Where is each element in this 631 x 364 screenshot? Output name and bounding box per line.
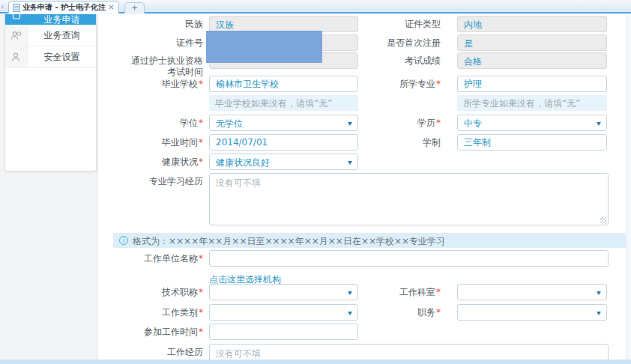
study-experience-textarea[interactable] [209,173,609,225]
redaction-overlay [206,31,322,63]
graduation-time-input[interactable] [209,134,358,151]
select-organization-link[interactable]: 点击这里选择机构 [209,274,281,285]
tab-title: 业务申请 - 护士电子化注 [22,2,106,13]
degree-select[interactable]: 无学位 [209,115,358,131]
spacer [358,95,457,98]
sidebar-item-label: 业务查询 [28,25,96,46]
school-helper-note: 毕业学校如果没有，请填“无” [209,95,358,111]
info-icon: i [119,236,128,245]
field-label: 健康状况* [98,154,203,168]
field-label: 工作经历 [98,344,203,358]
sidebar-item-label: 安全设置 [28,46,96,67]
sidebar: 业务申请 业务查询 安全设置 [4,14,97,172]
work-category-select[interactable] [209,304,358,321]
required-star: * [199,287,203,297]
form-row: 技术职称* 工作科室* [98,284,626,300]
field-label: 工作单位名称* [98,250,203,264]
form-row: 专业学习经历 [98,173,626,225]
form-row: 证件号 是否首次注册 是 [98,34,626,51]
required-star: * [199,157,203,167]
work-start-input[interactable] [209,324,358,340]
work-unit-input[interactable] [209,250,609,267]
required-star: * [436,307,441,318]
exam-result-field: 合格 [457,52,607,69]
sidebar-item-business-apply[interactable]: 业务申请 [5,14,96,25]
person-search-icon [5,25,28,46]
form-row: 参加工作时间* [98,324,626,340]
field-label: 技术职称* [98,284,203,298]
chevron-down-icon [348,312,352,318]
horizontal-scrollbar[interactable] [0,360,631,364]
tab-favicon-icon [13,4,20,12]
position-select[interactable] [457,304,607,321]
tab-bar: ‹ 业务申请 - 护士电子化注 × + [0,0,631,13]
field-label: 工作类别* [98,304,203,318]
form-panel: 民族 汉族 证件类型 内地 证件号 是否首次注册 是 通过护士执业资格 考试时间… [97,14,626,360]
field-label: 工作科室* [358,284,457,298]
chevron-down-icon [348,161,352,167]
field-label: 学历* [358,115,457,129]
education-select[interactable]: 中专 [457,115,607,131]
field-label: 民族 [98,16,203,30]
form-row: 工作单位名称* [98,250,626,267]
schooling-system-input[interactable] [457,134,607,151]
field-label: 毕业学校* [98,76,203,90]
spacer [98,270,203,273]
form-row: 毕业学校如果没有，请填“无” 所学专业如果没有，请填“无” [98,95,626,111]
spacer [98,95,203,98]
vertical-scrollbar[interactable] [626,14,631,360]
tab-scroll-left-icon[interactable]: ‹ [1,1,4,11]
field-label: 学制 [358,134,457,148]
form-row: 毕业学校* 所学专业* [98,76,626,92]
health-select[interactable]: 健康状况良好 [209,154,358,170]
field-label: 毕业时间* [98,134,203,148]
chevron-down-icon [348,291,352,297]
required-star: * [199,327,203,337]
clipboard-icon [5,14,28,25]
id-type-field: 内地 [457,16,607,32]
field-label: 考试成绩 [358,52,457,67]
format-hint-text: 格式为：××××年××月××日至××××年××月××日在××学校××专业学习 [133,236,445,246]
field-label: 学位* [98,115,203,129]
required-star: * [436,118,441,128]
sidebar-item-label: 业务申请 [28,14,96,25]
major-input[interactable] [457,76,607,92]
required-star: * [199,79,203,89]
field-label: 参加工作时间* [98,324,203,338]
form-row: 毕业时间* 学制 [98,134,626,151]
work-dept-select[interactable] [457,284,607,300]
form-row: 工作类别* 职务* [98,304,626,321]
work-experience-textarea[interactable] [209,344,609,360]
chevron-down-icon [597,312,601,318]
browser-tab[interactable]: 业务申请 - 护士电子化注 × [8,1,119,13]
field-label: 专业学习经历 [98,173,203,187]
resize-handle[interactable] [600,217,607,224]
required-star: * [199,253,203,264]
new-tab-button[interactable]: + [124,2,145,13]
format-hint-bar: i 格式为：××××年××月××日至××××年××月××日在××学校××专业学习 [113,233,626,248]
first-registration-field: 是 [457,34,607,51]
major-helper-note: 所学专业如果没有，请填“无” [457,95,607,111]
field-label: 证件号 [98,34,203,49]
tab-close-icon[interactable]: × [108,4,115,11]
form-row: 工作经历 [98,344,626,360]
sidebar-item-business-query[interactable]: 业务查询 [5,25,96,46]
required-star: * [436,287,441,297]
form-row: 健康状况* 健康状况良好 [98,154,626,170]
chevron-down-icon [597,291,601,297]
form-row: 民族 汉族 证件类型 内地 [98,16,626,32]
chevron-down-icon [348,122,352,128]
required-star: * [199,118,203,128]
field-label: 证件类型 [358,16,457,30]
ethnicity-field: 汉族 [209,16,358,32]
sidebar-item-security-settings[interactable]: 安全设置 [5,46,96,68]
field-label: 职务* [358,304,457,318]
field-label: 通过护士执业资格 考试时间 [98,52,203,78]
field-label: 所学专业* [358,76,457,90]
tech-title-select[interactable] [209,284,358,300]
field-label: 是否首次注册 [358,34,457,49]
school-input[interactable] [209,76,358,92]
required-star: * [436,79,441,89]
required-star: * [199,307,203,318]
chevron-down-icon [597,122,601,128]
